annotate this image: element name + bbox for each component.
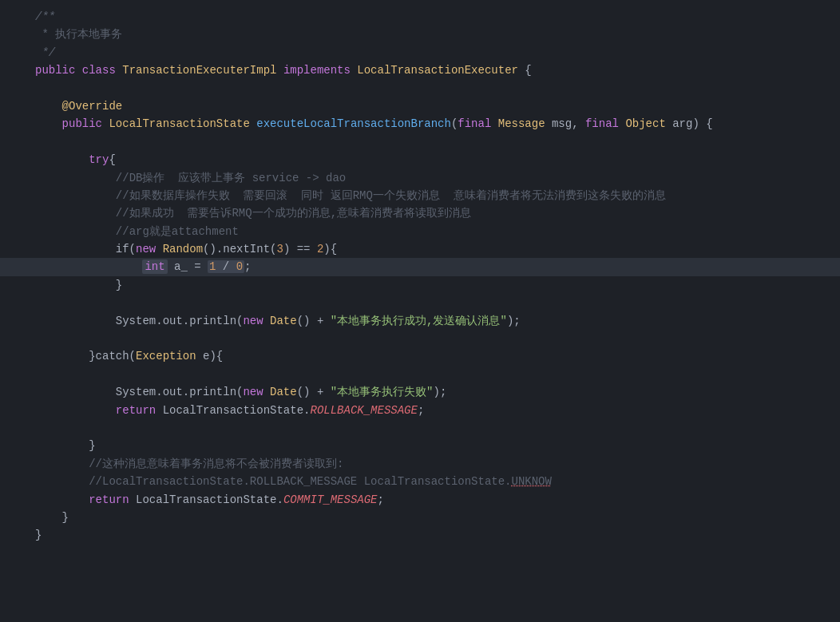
- code-line-highlighted: int a_ = 1 / 0;: [0, 258, 840, 275]
- code-line: }: [0, 509, 840, 526]
- code-line: @Override: [0, 97, 840, 115]
- code-line: //arg就是attachment: [0, 223, 840, 240]
- code-line: //如果数据库操作失败 需要回滚 同时 返回RMQ一个失败消息 意味着消费者将无…: [0, 187, 840, 204]
- code-line: [0, 330, 840, 347]
- code-line: System.out.println(new Date() + "本地事务执行成…: [0, 312, 840, 330]
- code-line: //DB操作 应该带上事务 service -> dao: [0, 169, 840, 187]
- code-line: return LocalTransactionState.ROLLBACK_ME…: [0, 402, 840, 419]
- code-line: */: [0, 44, 840, 61]
- code-line: }: [0, 526, 840, 544]
- code-line: public class TransactionExecuterImpl imp…: [0, 61, 840, 79]
- code-line: [0, 133, 840, 151]
- code-line: if(new Random().nextInt(3) == 2){: [0, 240, 840, 258]
- code-line: }catch(Exception e){: [0, 347, 840, 365]
- code-line: * 执行本地事务: [0, 26, 840, 43]
- code-line: try{: [0, 151, 840, 168]
- code-line: //LocalTransactionState.ROLLBACK_MESSAGE…: [0, 473, 840, 490]
- code-line: return LocalTransactionState.COMMIT_MESS…: [0, 491, 840, 509]
- code-line: /**: [0, 8, 840, 26]
- code-line: [0, 366, 840, 383]
- code-line: System.out.println(new Date() + "本地事务执行失…: [0, 383, 840, 401]
- code-line: }: [0, 437, 840, 454]
- code-editor: /** * 执行本地事务 */ public class Transaction…: [0, 0, 840, 622]
- code-line: }: [0, 276, 840, 294]
- code-line: //如果成功 需要告诉RMQ一个成功的消息,意味着消费者将读取到消息: [0, 204, 840, 222]
- code-line: //这种消息意味着事务消息将不会被消费者读取到:: [0, 455, 840, 473]
- code-line: public LocalTransactionState executeLoca…: [0, 115, 840, 133]
- code-line: [0, 80, 840, 97]
- code-line: [0, 294, 840, 311]
- code-line: [0, 419, 840, 437]
